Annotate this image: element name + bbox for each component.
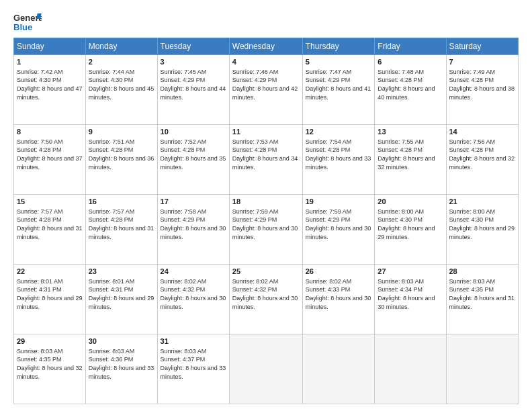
cell-info: Sunrise: 8:02 AMSunset: 4:33 PMDaylight:… bbox=[306, 277, 372, 311]
day-number: 7 bbox=[449, 57, 516, 67]
day-number: 15 bbox=[17, 197, 83, 207]
cell-info: Sunrise: 7:52 AMSunset: 4:28 PMDaylight:… bbox=[161, 138, 226, 171]
cell-info: Sunrise: 7:57 AMSunset: 4:28 PMDaylight:… bbox=[17, 208, 83, 241]
cell-info: Sunrise: 8:03 AMSunset: 4:37 PMDaylight:… bbox=[161, 347, 226, 381]
day-header-tuesday: Tuesday bbox=[157, 38, 229, 55]
calendar-cell: 30Sunrise: 8:03 AMSunset: 4:36 PMDayligh… bbox=[85, 334, 157, 404]
calendar-cell: 25Sunrise: 8:02 AMSunset: 4:32 PMDayligh… bbox=[229, 265, 302, 334]
calendar-cell: 29Sunrise: 8:03 AMSunset: 4:35 PMDayligh… bbox=[14, 334, 86, 404]
day-number: 14 bbox=[449, 127, 516, 137]
day-header-sunday: Sunday bbox=[14, 38, 86, 55]
day-number: 16 bbox=[89, 197, 154, 207]
calendar-header-row: SundayMondayTuesdayWednesdayThursdayFrid… bbox=[14, 38, 519, 55]
svg-text:Blue: Blue bbox=[13, 22, 32, 32]
cell-info: Sunrise: 8:02 AMSunset: 4:32 PMDaylight:… bbox=[232, 277, 300, 311]
day-header-saturday: Saturday bbox=[446, 38, 519, 55]
cell-info: Sunrise: 7:57 AMSunset: 4:28 PMDaylight:… bbox=[89, 208, 154, 241]
day-number: 28 bbox=[449, 267, 516, 277]
calendar-week-1: 1Sunrise: 7:42 AMSunset: 4:30 PMDaylight… bbox=[14, 55, 519, 125]
cell-info: Sunrise: 7:50 AMSunset: 4:28 PMDaylight:… bbox=[17, 138, 83, 171]
calendar-table: SundayMondayTuesdayWednesdayThursdayFrid… bbox=[13, 38, 519, 404]
calendar-cell: 14Sunrise: 7:56 AMSunset: 4:28 PMDayligh… bbox=[446, 125, 519, 195]
calendar-cell: 26Sunrise: 8:02 AMSunset: 4:33 PMDayligh… bbox=[302, 265, 375, 334]
day-number: 3 bbox=[161, 57, 226, 67]
calendar-cell: 19Sunrise: 7:59 AMSunset: 4:29 PMDayligh… bbox=[302, 195, 375, 265]
calendar-week-4: 22Sunrise: 8:01 AMSunset: 4:31 PMDayligh… bbox=[14, 265, 519, 334]
calendar-cell: 15Sunrise: 7:57 AMSunset: 4:28 PMDayligh… bbox=[14, 195, 86, 265]
day-number: 27 bbox=[378, 267, 443, 277]
day-number: 9 bbox=[89, 127, 154, 137]
page: General Blue SundayMondayTuesdayWednesda… bbox=[0, 0, 532, 411]
day-number: 8 bbox=[17, 127, 83, 137]
cell-info: Sunrise: 7:56 AMSunset: 4:28 PMDaylight:… bbox=[449, 138, 516, 171]
logo-svg: General Blue bbox=[13, 12, 42, 32]
day-number: 20 bbox=[378, 197, 443, 207]
day-number: 10 bbox=[161, 127, 226, 137]
cell-info: Sunrise: 7:53 AMSunset: 4:28 PMDaylight:… bbox=[232, 138, 300, 171]
cell-info: Sunrise: 8:01 AMSunset: 4:31 PMDaylight:… bbox=[17, 277, 83, 311]
cell-info: Sunrise: 7:49 AMSunset: 4:28 PMDaylight:… bbox=[449, 68, 516, 101]
calendar-cell bbox=[446, 334, 519, 404]
day-number: 22 bbox=[17, 267, 83, 277]
calendar-cell: 23Sunrise: 8:01 AMSunset: 4:31 PMDayligh… bbox=[85, 265, 157, 334]
calendar-cell: 31Sunrise: 8:03 AMSunset: 4:37 PMDayligh… bbox=[157, 334, 229, 404]
day-number: 17 bbox=[161, 197, 226, 207]
calendar-week-5: 29Sunrise: 8:03 AMSunset: 4:35 PMDayligh… bbox=[14, 334, 519, 404]
day-number: 23 bbox=[89, 267, 154, 277]
day-header-wednesday: Wednesday bbox=[229, 38, 302, 55]
calendar-cell: 18Sunrise: 7:59 AMSunset: 4:29 PMDayligh… bbox=[229, 195, 302, 265]
calendar-cell: 22Sunrise: 8:01 AMSunset: 4:31 PMDayligh… bbox=[14, 265, 86, 334]
day-number: 5 bbox=[306, 57, 372, 67]
calendar-cell: 4Sunrise: 7:46 AMSunset: 4:29 PMDaylight… bbox=[229, 55, 302, 125]
cell-info: Sunrise: 7:55 AMSunset: 4:28 PMDaylight:… bbox=[378, 138, 443, 171]
cell-info: Sunrise: 7:46 AMSunset: 4:29 PMDaylight:… bbox=[232, 68, 300, 101]
calendar-cell: 6Sunrise: 7:48 AMSunset: 4:28 PMDaylight… bbox=[375, 55, 446, 125]
cell-info: Sunrise: 8:01 AMSunset: 4:31 PMDaylight:… bbox=[89, 277, 154, 311]
day-number: 4 bbox=[232, 57, 300, 67]
cell-info: Sunrise: 7:51 AMSunset: 4:28 PMDaylight:… bbox=[89, 138, 154, 171]
day-header-thursday: Thursday bbox=[302, 38, 375, 55]
day-number: 24 bbox=[161, 267, 226, 277]
day-number: 30 bbox=[89, 336, 154, 347]
cell-info: Sunrise: 8:03 AMSunset: 4:36 PMDaylight:… bbox=[89, 347, 154, 381]
cell-info: Sunrise: 8:00 AMSunset: 4:30 PMDaylight:… bbox=[378, 208, 443, 241]
calendar-cell: 9Sunrise: 7:51 AMSunset: 4:28 PMDaylight… bbox=[85, 125, 157, 195]
calendar-cell: 17Sunrise: 7:58 AMSunset: 4:29 PMDayligh… bbox=[157, 195, 229, 265]
cell-info: Sunrise: 8:03 AMSunset: 4:34 PMDaylight:… bbox=[378, 277, 443, 311]
calendar-cell: 16Sunrise: 7:57 AMSunset: 4:28 PMDayligh… bbox=[85, 195, 157, 265]
calendar-cell: 11Sunrise: 7:53 AMSunset: 4:28 PMDayligh… bbox=[229, 125, 302, 195]
calendar-week-3: 15Sunrise: 7:57 AMSunset: 4:28 PMDayligh… bbox=[14, 195, 519, 265]
calendar-cell: 24Sunrise: 8:02 AMSunset: 4:32 PMDayligh… bbox=[157, 265, 229, 334]
day-header-monday: Monday bbox=[85, 38, 157, 55]
cell-info: Sunrise: 7:48 AMSunset: 4:28 PMDaylight:… bbox=[378, 68, 443, 101]
calendar-cell: 10Sunrise: 7:52 AMSunset: 4:28 PMDayligh… bbox=[157, 125, 229, 195]
day-number: 19 bbox=[306, 197, 372, 207]
day-number: 13 bbox=[378, 127, 443, 137]
calendar-cell: 7Sunrise: 7:49 AMSunset: 4:28 PMDaylight… bbox=[446, 55, 519, 125]
day-number: 18 bbox=[232, 197, 300, 207]
calendar-cell: 1Sunrise: 7:42 AMSunset: 4:30 PMDaylight… bbox=[14, 55, 86, 125]
logo: General Blue bbox=[13, 12, 42, 32]
calendar-cell: 28Sunrise: 8:03 AMSunset: 4:35 PMDayligh… bbox=[446, 265, 519, 334]
header: General Blue bbox=[13, 12, 519, 32]
calendar-cell bbox=[375, 334, 446, 404]
cell-info: Sunrise: 8:03 AMSunset: 4:35 PMDaylight:… bbox=[17, 347, 83, 381]
calendar-cell: 21Sunrise: 8:00 AMSunset: 4:30 PMDayligh… bbox=[446, 195, 519, 265]
day-number: 2 bbox=[89, 57, 154, 67]
calendar-cell: 8Sunrise: 7:50 AMSunset: 4:28 PMDaylight… bbox=[14, 125, 86, 195]
day-number: 25 bbox=[232, 267, 300, 277]
day-header-friday: Friday bbox=[375, 38, 446, 55]
calendar-cell: 5Sunrise: 7:47 AMSunset: 4:29 PMDaylight… bbox=[302, 55, 375, 125]
calendar-cell: 20Sunrise: 8:00 AMSunset: 4:30 PMDayligh… bbox=[375, 195, 446, 265]
calendar-cell bbox=[302, 334, 375, 404]
cell-info: Sunrise: 7:47 AMSunset: 4:29 PMDaylight:… bbox=[306, 68, 372, 101]
cell-info: Sunrise: 7:59 AMSunset: 4:29 PMDaylight:… bbox=[306, 208, 372, 241]
cell-info: Sunrise: 7:44 AMSunset: 4:30 PMDaylight:… bbox=[89, 68, 154, 101]
cell-info: Sunrise: 8:03 AMSunset: 4:35 PMDaylight:… bbox=[449, 277, 516, 311]
day-number: 12 bbox=[306, 127, 372, 137]
calendar-cell: 3Sunrise: 7:45 AMSunset: 4:29 PMDaylight… bbox=[157, 55, 229, 125]
day-number: 21 bbox=[449, 197, 516, 207]
day-number: 26 bbox=[306, 267, 372, 277]
day-number: 6 bbox=[378, 57, 443, 67]
calendar-cell: 13Sunrise: 7:55 AMSunset: 4:28 PMDayligh… bbox=[375, 125, 446, 195]
